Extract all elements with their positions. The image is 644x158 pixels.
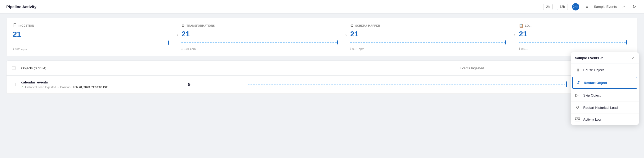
ingestion-chart-bar (168, 41, 169, 45)
arrow-sep-3: › (510, 32, 519, 38)
row-status-check: Historical Load Ingested (25, 86, 56, 89)
objects-label: Objects (0 of 34) (21, 66, 319, 70)
stage-ingestion-header: 🗄 INGESTION (13, 23, 173, 28)
stage-loader-chart (519, 39, 631, 46)
dropdown-activity-log-label: Activity Log (583, 117, 601, 121)
select-all-checkbox[interactable] (12, 66, 15, 70)
row-info: calendar_events ✓ Historical Load Ingest… (21, 80, 130, 89)
ingestion-info-icon: ℹ (13, 47, 14, 51)
header-icons: ≡ Sample Events ↗ ↻ (584, 3, 638, 10)
restart-object-icon: ↺ (575, 80, 581, 85)
stage-transformations-name: TRANSFORMATIONS (186, 24, 215, 27)
header-checkbox-col (12, 66, 17, 70)
refresh-icon[interactable]: ↻ (630, 3, 638, 10)
stage-schema-mapper-header: ⚙ SCHEMA MAPPER (350, 24, 510, 28)
row-name: calendar_events (21, 80, 130, 84)
dropdown-pause-label: Pause Object (583, 68, 604, 72)
row-position-value: Feb 28, 2023 09:36:03 IST (73, 86, 108, 89)
row-position-label: Position: (60, 86, 71, 89)
check-icon: ✓ (21, 85, 24, 89)
loader-chart-bar (626, 40, 627, 44)
time-btn-2h[interactable]: 2h (543, 4, 552, 10)
transformations-info-icon: ℹ (181, 47, 182, 50)
stage-transformations-header: ⚙ TRANSFORMATIONS (181, 24, 342, 28)
loader-info-icon: ℹ (519, 47, 520, 50)
stage-loader-count: 21 (519, 30, 631, 38)
ingestion-icon: 🗄 (13, 23, 17, 28)
row-meta: ✓ Historical Load Ingested • Position: F… (21, 85, 130, 89)
dropdown-header-text: Sample Events ↗ (575, 56, 603, 60)
schema-mapper-icon: ⚙ (350, 24, 354, 28)
restart-historical-icon: ↺ (575, 105, 580, 110)
dropdown-header: Sample Events ↗ ↗ (571, 52, 639, 64)
dropdown-menu: Sample Events ↗ ↗ ⏸ Pause Object ↺ Resta… (571, 52, 639, 125)
pipeline-card: 🗄 INGESTION 21 ℹ 0.01 epm › (6, 18, 638, 56)
dropdown-restart-historical-label: Restart Historical Load (583, 106, 618, 110)
time-btn-24h[interactable]: 24h (572, 3, 579, 10)
loader-icon: 📋 (519, 24, 523, 28)
loader-dashed-line (519, 42, 626, 43)
row-chart (248, 79, 576, 90)
skip-icon: ▷| (575, 93, 580, 98)
dropdown-restart-object-label: Restart Object (584, 81, 607, 85)
stage-ingestion-chart (13, 40, 173, 46)
stage-transformations-count: 21 (181, 30, 342, 38)
row-dashed-line (248, 84, 565, 85)
stage-schema-mapper-epm: ℹ 0.01 epm (350, 47, 510, 50)
stage-ingestion-name: INGESTION (19, 24, 34, 27)
stage-transformations-chart (181, 39, 342, 46)
stage-loader-header: 📋 LO… (519, 24, 631, 28)
schema-mapper-info-icon: ℹ (350, 47, 351, 50)
stage-schema-mapper-count: 21 (350, 30, 510, 38)
table-card: Objects (0 of 34) Events Ingested calend… (6, 60, 638, 94)
dropdown-item-restart-historical[interactable]: ↺ Restart Historical Load (571, 101, 639, 114)
dropdown-item-skip[interactable]: ▷| Skip Object (571, 89, 639, 101)
arrow-sep-2: › (342, 32, 350, 38)
stage-schema-mapper-chart (350, 39, 510, 46)
dropdown-item-activity-log[interactable]: LOG Activity Log (571, 114, 639, 125)
transformations-dashed-line (181, 42, 336, 43)
page-wrapper: Pipeline Activity 2h 12h 24h ≡ Sample Ev… (0, 0, 644, 158)
stage-schema-mapper-name: SCHEMA MAPPER (355, 24, 380, 27)
stage-loader-epm: ℹ 0.0… (519, 47, 631, 50)
time-btn-12h[interactable]: 12h (557, 4, 568, 10)
hamburger-icon[interactable]: ≡ (584, 3, 591, 10)
stage-transformations-epm: ℹ 0.01 epm (181, 47, 342, 50)
schema-mapper-chart-bar (505, 40, 506, 44)
stage-ingestion: 🗄 INGESTION 21 ℹ 0.01 epm (13, 23, 173, 51)
dropdown-skip-label: Skip Object (583, 93, 601, 97)
stage-ingestion-count: 21 (13, 30, 173, 38)
pause-icon: ⏸ (575, 67, 580, 72)
page-title: Pipeline Activity (6, 4, 36, 9)
row-events: 9 (135, 82, 244, 87)
row-checkbox-col (12, 83, 17, 86)
stage-schema-mapper: ⚙ SCHEMA MAPPER 21 ℹ 0.01 epm (350, 24, 510, 50)
dropdown-item-pause[interactable]: ⏸ Pause Object (571, 64, 639, 76)
pipeline-stages: 🗄 INGESTION 21 ℹ 0.01 epm › (13, 23, 631, 51)
ingestion-dashed-line (13, 43, 168, 43)
row-checkbox[interactable] (12, 83, 15, 86)
transformations-chart-bar (337, 40, 338, 44)
table-header: Objects (0 of 34) Events Ingested (7, 61, 637, 76)
header: Pipeline Activity 2h 12h 24h ≡ Sample Ev… (0, 0, 644, 14)
stage-loader: 📋 LO… 21 ℹ 0.0… (519, 24, 631, 50)
sample-events-label: Sample Events (594, 5, 617, 9)
table-row: calendar_events ✓ Historical Load Ingest… (7, 76, 637, 94)
dropdown-item-restart-object[interactable]: ↺ Restart Object (572, 77, 637, 89)
dropdown-close-icon[interactable]: ↗ (631, 55, 635, 60)
activity-log-icon: LOG (575, 117, 580, 121)
stage-ingestion-epm: ℹ 0.01 epm (13, 47, 173, 51)
main-content: 🗄 INGESTION 21 ℹ 0.01 epm › (0, 14, 644, 98)
transformations-icon: ⚙ (181, 24, 185, 28)
header-right: 2h 12h 24h ≡ Sample Events ↗ ↻ (543, 3, 638, 10)
stage-transformations: ⚙ TRANSFORMATIONS 21 ℹ 0.01 epm (181, 24, 342, 50)
schema-mapper-dashed-line (350, 42, 505, 43)
arrow-sep-1: › (173, 32, 181, 38)
stage-loader-name: LO… (525, 24, 531, 27)
row-bar (566, 81, 567, 87)
external-link-icon[interactable]: ↗ (620, 3, 627, 10)
